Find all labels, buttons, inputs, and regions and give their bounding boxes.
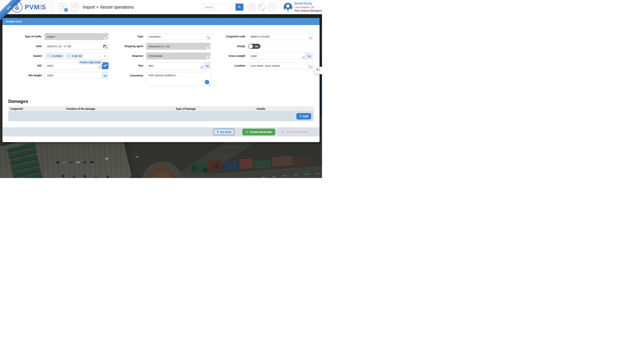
- refresh-icon: [72, 4, 77, 10]
- footer-divider: [238, 128, 238, 136]
- damages-section-title: Damages: [8, 99, 320, 104]
- column-header-cargounit: CargoUnit: [8, 106, 64, 111]
- check-icon: ✔: [246, 130, 248, 133]
- logout-button[interactable]: [248, 3, 256, 11]
- user-organization: Port Victoria Managem: [294, 9, 322, 12]
- required-marker: *: [98, 65, 102, 69]
- column-header-actions: [298, 106, 314, 111]
- info-button[interactable]: i: [268, 3, 276, 11]
- power-icon: [250, 5, 253, 9]
- cargounit-code-label: CargoUnit code: [212, 33, 245, 40]
- create-ula-panel: Create ULA Type of traffic Import * Dat: [2, 18, 320, 142]
- date-input[interactable]: [47, 45, 106, 48]
- required-marker: *: [302, 56, 306, 59]
- user-name: David Dorby: [294, 2, 322, 5]
- required-marker: *: [308, 65, 312, 69]
- cargounit-code-field-box: *: [248, 33, 313, 40]
- required-marker: *: [206, 46, 210, 49]
- type-label: Type: [110, 33, 143, 40]
- eye-plus-icon: [103, 63, 107, 68]
- search-input[interactable]: [202, 3, 236, 11]
- tare-input[interactable]: [148, 64, 201, 67]
- required-marker: *: [206, 56, 210, 59]
- empty-label: Empty: [212, 43, 245, 50]
- search-icon: [238, 5, 241, 9]
- required-marker: *: [308, 36, 312, 40]
- stopover-label: Stopover: [110, 52, 143, 59]
- gross-weight-label: Gross weight: [212, 52, 245, 59]
- seal-chip: ×R-45652: [46, 53, 64, 58]
- required-marker: *: [104, 36, 108, 40]
- type-of-traffic-label: Type of traffic: [8, 33, 42, 40]
- iso-type-badge: Reefer High Cube: [78, 60, 103, 64]
- cargounit-code-input[interactable]: [250, 35, 310, 38]
- damages-table: CargoUnit Position of the damage Type of…: [8, 106, 314, 121]
- info-icon: i: [272, 5, 272, 9]
- required-marker: *: [200, 65, 204, 69]
- column-header-position: Position of the damage: [64, 106, 174, 111]
- gross-weight-input[interactable]: [250, 54, 303, 58]
- comments-label: Comments: [110, 72, 143, 86]
- gross-weight-field-box: *: [248, 52, 306, 59]
- seal-chip: ×F-46732: [66, 53, 84, 58]
- x-icon: ✖: [282, 130, 284, 133]
- user-menu[interactable]: David Dorby Land Marine Ltd Port Victori…: [284, 2, 322, 12]
- create-dockside-button[interactable]: ✔ Create Dockside: [242, 129, 275, 135]
- comments-field-box: Fish species stuffed in: [146, 72, 211, 86]
- net-weight-field-box: [44, 72, 108, 79]
- damages-table-header: CargoUnit Position of the damage Type of…: [8, 106, 314, 111]
- toggle-knob: [248, 44, 253, 48]
- documents-count-badge: 0: [64, 8, 68, 12]
- location-select[interactable]: Live reefer zone (north) *: [248, 62, 313, 69]
- tare-field-box: *: [146, 62, 204, 69]
- type-of-traffic-select[interactable]: Import *: [44, 33, 108, 40]
- documents-button[interactable]: 0: [58, 2, 67, 11]
- unit-addon: kg: [204, 62, 211, 69]
- remove-chip-icon[interactable]: ×: [66, 55, 70, 57]
- cancel-dockside-button[interactable]: ✖ Cancel Dockside: [278, 129, 311, 135]
- panel-title: Create ULA: [2, 18, 320, 25]
- date-field-box: *: [44, 43, 108, 50]
- resize-handle[interactable]: [208, 84, 210, 85]
- tare-label: Tare: [110, 62, 143, 69]
- location-label: Location: [212, 62, 245, 69]
- iso-label: ISO: [8, 62, 42, 69]
- unit-addon: kg: [306, 52, 313, 59]
- unit-addon: kg: [102, 72, 108, 79]
- actions-footer: Go back ✔ Create Dockside ✖ Cancel Docks…: [2, 127, 320, 136]
- breadcrumb-title: Import > Vessel operations: [83, 5, 134, 10]
- shipping-agent-label: Shipping agent: [110, 43, 143, 50]
- refresh-button[interactable]: [70, 2, 79, 11]
- gears-icon: ⚙⚙: [260, 5, 264, 9]
- brand-name: PVMIS: [25, 3, 46, 11]
- add-damage-button[interactable]: + Add: [296, 113, 311, 119]
- column-header-details: Details: [255, 106, 298, 111]
- sealed-label: Sealed: [8, 52, 42, 59]
- plus-icon: +: [299, 114, 302, 118]
- shipping-agent-select[interactable]: Seaward Co. Ltd *: [146, 43, 211, 50]
- damages-empty-row: + Add: [8, 111, 314, 121]
- chevron-left-icon: [217, 130, 218, 134]
- net-weight-label: Net weight: [8, 72, 42, 79]
- empty-toggle[interactable]: No: [248, 44, 260, 49]
- column-header-type: Type of Damage: [174, 106, 255, 111]
- go-back-button[interactable]: Go back: [213, 129, 234, 135]
- sealed-multiselect[interactable]: ×R-45652 ×F-46732: [44, 52, 108, 59]
- search-button[interactable]: [236, 3, 244, 11]
- ai-assistant-tab[interactable]: [314, 67, 322, 74]
- sparkles-icon: [316, 67, 321, 73]
- avatar: [284, 3, 292, 11]
- chevron-down-icon: [104, 55, 106, 57]
- iso-input[interactable]: [47, 64, 100, 67]
- check-icon: ✓: [206, 81, 208, 84]
- settings-button[interactable]: ⚙⚙: [258, 3, 266, 11]
- stopover-field[interactable]: POV00048 *: [146, 52, 211, 59]
- net-weight-input[interactable]: [47, 74, 106, 77]
- remove-chip-icon[interactable]: ×: [46, 55, 50, 57]
- required-marker: *: [104, 46, 108, 49]
- required-marker: *: [206, 36, 210, 40]
- type-select[interactable]: Container *: [146, 33, 211, 40]
- toggle-state-label: No: [255, 45, 258, 48]
- comments-textarea[interactable]: Fish species stuffed in: [148, 74, 208, 84]
- top-header: PVMIS 0 Import > Vessel operations: [0, 0, 322, 14]
